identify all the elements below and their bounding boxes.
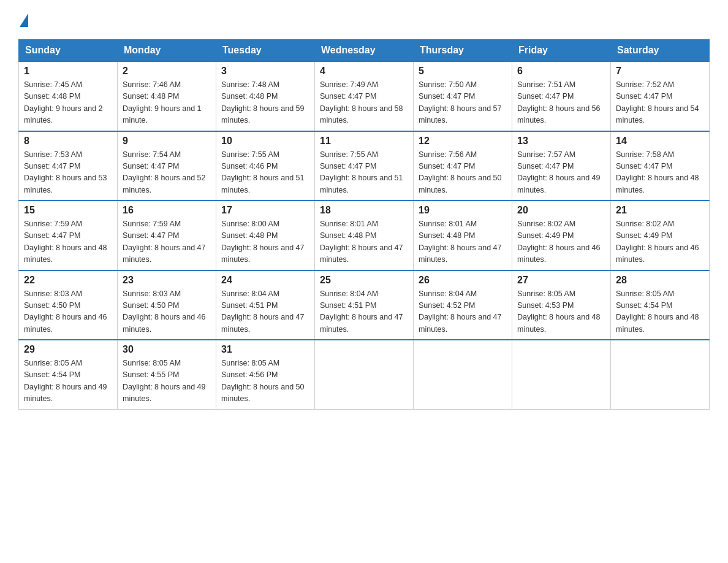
calendar-cell: 31 Sunrise: 8:05 AMSunset: 4:56 PMDaylig… — [216, 340, 315, 409]
day-number: 21 — [616, 205, 704, 216]
day-number: 22 — [24, 275, 112, 286]
calendar-cell: 11 Sunrise: 7:55 AMSunset: 4:47 PMDaylig… — [315, 131, 414, 201]
calendar-cell: 22 Sunrise: 8:03 AMSunset: 4:50 PMDaylig… — [19, 270, 118, 340]
calendar-cell: 5 Sunrise: 7:50 AMSunset: 4:47 PMDayligh… — [414, 61, 512, 131]
day-number: 19 — [419, 205, 507, 216]
calendar-cell: 3 Sunrise: 7:48 AMSunset: 4:48 PMDayligh… — [216, 61, 315, 131]
day-info: Sunrise: 8:05 AMSunset: 4:53 PMDaylight:… — [517, 288, 605, 336]
day-info: Sunrise: 7:55 AMSunset: 4:47 PMDaylight:… — [320, 149, 408, 197]
calendar-table: SundayMondayTuesdayWednesdayThursdayFrid… — [18, 39, 710, 410]
day-number: 26 — [419, 275, 507, 286]
day-info: Sunrise: 7:45 AMSunset: 4:48 PMDaylight:… — [24, 79, 112, 127]
calendar-cell: 16 Sunrise: 7:59 AMSunset: 4:47 PMDaylig… — [118, 201, 216, 270]
day-info: Sunrise: 7:53 AMSunset: 4:47 PMDaylight:… — [24, 149, 112, 197]
day-info: Sunrise: 8:01 AMSunset: 4:48 PMDaylight:… — [419, 218, 507, 266]
day-number: 27 — [517, 275, 605, 286]
day-number: 2 — [123, 66, 211, 77]
day-number: 18 — [320, 205, 408, 216]
day-info: Sunrise: 8:00 AMSunset: 4:48 PMDaylight:… — [221, 218, 309, 266]
day-number: 1 — [24, 66, 112, 77]
calendar-cell — [512, 340, 611, 409]
day-info: Sunrise: 7:51 AMSunset: 4:47 PMDaylight:… — [517, 79, 605, 127]
day-number: 16 — [123, 205, 211, 216]
logo-triangle-icon — [20, 13, 28, 27]
column-header-saturday: Saturday — [611, 40, 710, 62]
column-header-tuesday: Tuesday — [216, 40, 315, 62]
calendar-cell: 8 Sunrise: 7:53 AMSunset: 4:47 PMDayligh… — [19, 131, 118, 201]
day-number: 29 — [24, 344, 112, 355]
calendar-cell: 29 Sunrise: 8:05 AMSunset: 4:54 PMDaylig… — [19, 340, 118, 409]
calendar-cell: 26 Sunrise: 8:04 AMSunset: 4:52 PMDaylig… — [414, 270, 512, 340]
day-number: 9 — [123, 136, 211, 147]
day-info: Sunrise: 8:01 AMSunset: 4:48 PMDaylight:… — [320, 218, 408, 266]
column-header-friday: Friday — [512, 40, 611, 62]
calendar-cell: 15 Sunrise: 7:59 AMSunset: 4:47 PMDaylig… — [19, 201, 118, 270]
day-info: Sunrise: 8:05 AMSunset: 4:55 PMDaylight:… — [123, 358, 211, 405]
day-info: Sunrise: 8:05 AMSunset: 4:54 PMDaylight:… — [616, 288, 704, 336]
day-number: 6 — [517, 66, 605, 77]
day-info: Sunrise: 7:49 AMSunset: 4:47 PMDaylight:… — [320, 79, 408, 127]
day-info: Sunrise: 7:52 AMSunset: 4:47 PMDaylight:… — [616, 79, 704, 127]
day-number: 25 — [320, 275, 408, 286]
calendar-cell: 28 Sunrise: 8:05 AMSunset: 4:54 PMDaylig… — [611, 270, 710, 340]
column-header-monday: Monday — [118, 40, 216, 62]
calendar-cell — [315, 340, 414, 409]
day-info: Sunrise: 8:04 AMSunset: 4:51 PMDaylight:… — [221, 288, 309, 336]
day-number: 7 — [616, 66, 704, 77]
calendar-cell: 6 Sunrise: 7:51 AMSunset: 4:47 PMDayligh… — [512, 61, 611, 131]
calendar-cell — [611, 340, 710, 409]
calendar-cell — [414, 340, 512, 409]
calendar-cell: 2 Sunrise: 7:46 AMSunset: 4:48 PMDayligh… — [118, 61, 216, 131]
day-number: 23 — [123, 275, 211, 286]
day-number: 12 — [419, 136, 507, 147]
logo — [18, 12, 28, 27]
calendar-week-row: 29 Sunrise: 8:05 AMSunset: 4:54 PMDaylig… — [19, 340, 710, 409]
day-number: 30 — [123, 344, 211, 355]
day-number: 3 — [221, 66, 309, 77]
calendar-cell: 25 Sunrise: 8:04 AMSunset: 4:51 PMDaylig… — [315, 270, 414, 340]
day-info: Sunrise: 7:58 AMSunset: 4:47 PMDaylight:… — [616, 149, 704, 197]
day-info: Sunrise: 7:50 AMSunset: 4:47 PMDaylight:… — [419, 79, 507, 127]
calendar-cell: 20 Sunrise: 8:02 AMSunset: 4:49 PMDaylig… — [512, 201, 611, 270]
day-number: 14 — [616, 136, 704, 147]
calendar-cell: 27 Sunrise: 8:05 AMSunset: 4:53 PMDaylig… — [512, 270, 611, 340]
calendar-cell: 7 Sunrise: 7:52 AMSunset: 4:47 PMDayligh… — [611, 61, 710, 131]
day-number: 28 — [616, 275, 704, 286]
calendar-cell: 9 Sunrise: 7:54 AMSunset: 4:47 PMDayligh… — [118, 131, 216, 201]
column-header-wednesday: Wednesday — [315, 40, 414, 62]
column-header-sunday: Sunday — [19, 40, 118, 62]
day-info: Sunrise: 7:48 AMSunset: 4:48 PMDaylight:… — [221, 79, 309, 127]
calendar-cell: 18 Sunrise: 8:01 AMSunset: 4:48 PMDaylig… — [315, 201, 414, 270]
calendar-cell: 30 Sunrise: 8:05 AMSunset: 4:55 PMDaylig… — [118, 340, 216, 409]
calendar-cell: 19 Sunrise: 8:01 AMSunset: 4:48 PMDaylig… — [414, 201, 512, 270]
day-info: Sunrise: 8:03 AMSunset: 4:50 PMDaylight:… — [24, 288, 112, 336]
day-number: 31 — [221, 344, 309, 355]
day-info: Sunrise: 7:55 AMSunset: 4:46 PMDaylight:… — [221, 149, 309, 197]
calendar-week-row: 22 Sunrise: 8:03 AMSunset: 4:50 PMDaylig… — [19, 270, 710, 340]
day-info: Sunrise: 8:05 AMSunset: 4:56 PMDaylight:… — [221, 358, 309, 405]
day-number: 11 — [320, 136, 408, 147]
day-info: Sunrise: 8:05 AMSunset: 4:54 PMDaylight:… — [24, 358, 112, 405]
day-info: Sunrise: 7:59 AMSunset: 4:47 PMDaylight:… — [24, 218, 112, 266]
calendar-cell: 4 Sunrise: 7:49 AMSunset: 4:47 PMDayligh… — [315, 61, 414, 131]
day-info: Sunrise: 8:03 AMSunset: 4:50 PMDaylight:… — [123, 288, 211, 336]
day-number: 15 — [24, 205, 112, 216]
day-info: Sunrise: 7:54 AMSunset: 4:47 PMDaylight:… — [123, 149, 211, 197]
calendar-week-row: 8 Sunrise: 7:53 AMSunset: 4:47 PMDayligh… — [19, 131, 710, 201]
page-header — [18, 12, 710, 27]
calendar-cell: 23 Sunrise: 8:03 AMSunset: 4:50 PMDaylig… — [118, 270, 216, 340]
day-number: 5 — [419, 66, 507, 77]
calendar-cell: 14 Sunrise: 7:58 AMSunset: 4:47 PMDaylig… — [611, 131, 710, 201]
calendar-cell: 17 Sunrise: 8:00 AMSunset: 4:48 PMDaylig… — [216, 201, 315, 270]
day-info: Sunrise: 7:57 AMSunset: 4:47 PMDaylight:… — [517, 149, 605, 197]
day-info: Sunrise: 8:04 AMSunset: 4:51 PMDaylight:… — [320, 288, 408, 336]
calendar-week-row: 1 Sunrise: 7:45 AMSunset: 4:48 PMDayligh… — [19, 61, 710, 131]
day-number: 8 — [24, 136, 112, 147]
calendar-cell: 13 Sunrise: 7:57 AMSunset: 4:47 PMDaylig… — [512, 131, 611, 201]
calendar-cell: 24 Sunrise: 8:04 AMSunset: 4:51 PMDaylig… — [216, 270, 315, 340]
calendar-header-row: SundayMondayTuesdayWednesdayThursdayFrid… — [19, 40, 710, 62]
calendar-cell: 21 Sunrise: 8:02 AMSunset: 4:49 PMDaylig… — [611, 201, 710, 270]
day-number: 4 — [320, 66, 408, 77]
day-info: Sunrise: 8:02 AMSunset: 4:49 PMDaylight:… — [616, 218, 704, 266]
day-number: 20 — [517, 205, 605, 216]
